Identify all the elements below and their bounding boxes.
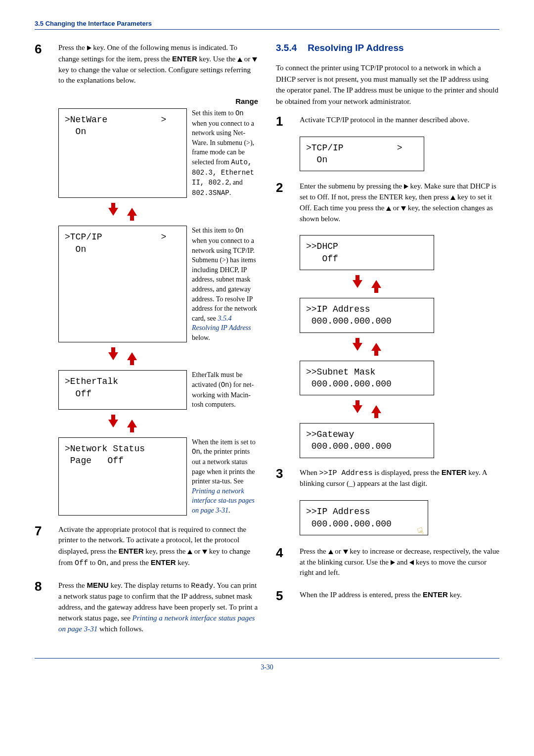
up-triangle-icon [386, 206, 391, 211]
down-arrow-icon [108, 352, 118, 360]
up-arrow-icon [371, 343, 381, 351]
step-3: 3 When >>IP Address is displayed, press … [276, 467, 499, 493]
text: key to change the value or selection. Co… [58, 66, 251, 85]
text: , the printer prints out a network statu… [192, 448, 255, 485]
lcd-line: Off [65, 389, 91, 399]
step-body: When >>IP Address is displayed, press th… [300, 467, 499, 493]
step-body: Enter the submenu by pressing the key. M… [300, 181, 499, 227]
lcd-line: >TCP/IP > [65, 232, 166, 242]
text: which follows. [97, 625, 143, 633]
nav-arrows [58, 342, 187, 370]
text: Set this item to [192, 227, 235, 234]
up-triangle-icon [187, 550, 192, 554]
lcd-line: >>Gateway [306, 429, 354, 439]
text: or [391, 204, 401, 212]
range-label: Range [58, 97, 258, 105]
lcd-line: >>IP Address [306, 507, 370, 517]
up-triangle-icon [237, 57, 242, 62]
step-number: 5 [276, 588, 283, 603]
lcd-dhcp: >>DHCP Off [300, 235, 434, 270]
page-number: 3-30 [35, 663, 499, 671]
step-number: 8 [35, 579, 42, 594]
up-arrow-icon [371, 280, 381, 288]
tcpip-desc: Set this item to On when you connect to … [192, 226, 258, 342]
left-column: 6 Press the key. One of the following me… [35, 43, 258, 645]
intro-paragraph: To connect the printer using TCP/IP prot… [276, 62, 499, 107]
cross-ref-link[interactable]: Printing a network interface sta-tus pag… [192, 487, 255, 514]
text: . [229, 189, 231, 196]
enter-key-label: ENTER [423, 590, 448, 599]
enter-key-label: ENTER [119, 547, 144, 555]
lcd-line: 000.000.000.000 [306, 316, 392, 326]
text: Press the [300, 547, 328, 555]
nav-arrows [58, 198, 187, 226]
text: Set this item to [192, 109, 235, 117]
step-body: Activate TCP/IP protocol in the manner d… [300, 115, 499, 129]
lcd-line: On [65, 127, 86, 137]
netware-row: >NetWare > On Set this item to On when y… [58, 108, 258, 198]
ethertalk-desc: EtherTalk must be activated (On) for net… [192, 370, 258, 409]
step-number: 2 [276, 180, 283, 195]
up-triangle-icon [450, 195, 455, 200]
down-triangle-icon [202, 550, 207, 554]
enter-key-label: ENTER [442, 468, 467, 476]
up-arrow-icon [127, 420, 137, 427]
lcd-line: >EtherTalk [65, 377, 118, 386]
step-body: Activate the appropriate protocol that i… [58, 524, 258, 572]
lcd-ip-cursor: >>IP Address 000.000.000.000☟ [300, 500, 428, 535]
text: or [333, 547, 343, 555]
code: >>IP Address [319, 469, 373, 477]
text: key. Use the [197, 55, 237, 63]
text: , and press the [106, 559, 151, 567]
text: When the item is set to [192, 438, 256, 446]
right-triangle-icon [404, 184, 408, 189]
text: key. The display returns to [109, 581, 191, 589]
text: below. [192, 334, 210, 341]
lcd-line: >>IP Address [306, 304, 370, 314]
lcd-line: Page Off [65, 456, 124, 466]
right-triangle-icon [87, 46, 91, 50]
enter-key-label: ENTER [172, 54, 197, 63]
submenu-diagram: >>DHCP Off >>IP Address 000.000.000.000 … [300, 235, 499, 458]
text: to [88, 559, 97, 567]
netware-desc: Set this item to On when you connect to … [192, 108, 258, 198]
step-4: 4 Press the or key to increase or decrea… [276, 546, 499, 581]
step-2: 2 Enter the submenu by pressing the key.… [276, 181, 499, 227]
lcd-line: >Network Status [65, 444, 145, 454]
text: when you connect to a network using TCP/… [192, 237, 257, 322]
lcd-line: >>DHCP [306, 241, 338, 251]
step-body: Press the key. One of the following menu… [58, 43, 258, 89]
text: key. [176, 559, 190, 567]
down-triangle-icon [401, 206, 406, 211]
heading-text: Resolving IP Address [308, 43, 403, 53]
step-8: 8 Press the MENU key. The display return… [35, 580, 258, 638]
text: is displayed, press the [373, 469, 442, 476]
tcpip-row: >TCP/IP > On Set this item to On when yo… [58, 226, 258, 342]
text: When [300, 469, 319, 476]
step-5: 5 When the IP address is entered, press … [276, 589, 499, 604]
lcd-subnet: >>Subnet Mask 000.000.000.000 [300, 361, 434, 396]
step-number: 6 [35, 42, 42, 56]
step-body: When the IP address is entered, press th… [300, 589, 499, 604]
right-triangle-icon [391, 560, 395, 565]
code: On [192, 448, 200, 456]
header-rule [35, 29, 499, 30]
step-number: 3 [276, 466, 283, 481]
lcd-tcpip: >TCP/IP > On [58, 226, 187, 342]
code: Ready [191, 582, 213, 590]
lcd-tcpip-solo: >TCP/IP > On [300, 137, 424, 172]
right-column: 3.5.4Resolving IP Address To connect the… [276, 43, 499, 645]
code: Off [75, 559, 88, 567]
down-triangle-icon [252, 57, 257, 62]
lcd-netstat: >Network Status Page Off [58, 437, 187, 516]
ethertalk-row: >EtherTalk Off EtherTalk must be activat… [58, 370, 258, 409]
nav-arrows [300, 333, 434, 361]
up-arrow-icon [371, 405, 381, 413]
text: Activate TCP/IP protocol in the manner d… [300, 115, 499, 126]
text: Enter the submenu by pressing the [300, 182, 404, 190]
step-body: Press the or key to increase or decrease… [300, 546, 499, 581]
up-triangle-icon [328, 550, 333, 554]
nav-arrows [300, 270, 434, 298]
text: When the IP address is entered, press th… [300, 591, 423, 599]
down-arrow-icon [108, 208, 118, 216]
